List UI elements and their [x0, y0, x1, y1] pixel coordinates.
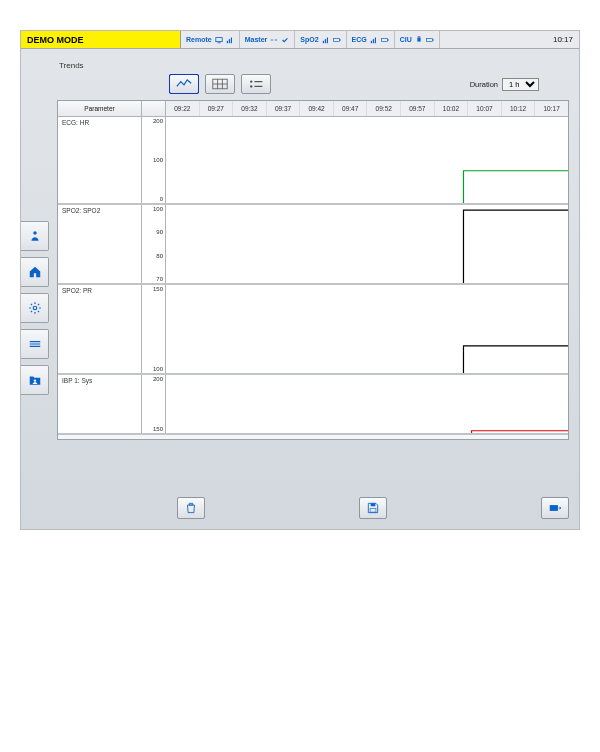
- svg-rect-2: [226, 40, 227, 42]
- topbar-ciu-label: CIU: [400, 36, 412, 43]
- trend-row-scale: 2001000: [142, 117, 166, 203]
- sidebar-item-records[interactable]: [21, 365, 49, 395]
- topbar-segment-ciu[interactable]: CIU: [395, 31, 440, 48]
- topbar-segment-master[interactable]: Master: [240, 31, 296, 48]
- trends-icon: [28, 337, 42, 351]
- time-tick: 09:42: [300, 101, 334, 116]
- svg-rect-10: [371, 40, 372, 42]
- svg-rect-12: [375, 37, 376, 43]
- time-tick: 10:02: [435, 101, 469, 116]
- svg-point-22: [33, 379, 35, 381]
- svg-rect-18: [426, 38, 432, 41]
- time-tick: 09:27: [200, 101, 234, 116]
- sidebar-item-trends[interactable]: [21, 329, 49, 359]
- time-tick: 09:37: [267, 101, 301, 116]
- person-icon: [28, 229, 42, 243]
- svg-point-20: [33, 231, 37, 235]
- svg-rect-17: [419, 36, 420, 38]
- export-button[interactable]: [541, 497, 569, 519]
- battery-icon: [426, 36, 434, 44]
- sidebar-item-patient[interactable]: [21, 221, 49, 251]
- view-graph-button[interactable]: [169, 74, 199, 94]
- svg-rect-5: [322, 40, 323, 42]
- sidebar: [21, 221, 49, 401]
- svg-rect-0: [215, 37, 221, 41]
- svg-rect-1: [217, 42, 220, 43]
- topbar-segment-ecg[interactable]: ECG: [347, 31, 395, 48]
- svg-point-21: [33, 306, 37, 310]
- view-list-button[interactable]: [241, 74, 271, 94]
- time-tick: 09:47: [334, 101, 368, 116]
- trend-row-plot[interactable]: [166, 117, 568, 203]
- view-toolbar: Duration 1 h: [169, 74, 569, 94]
- topbar-segment-remote[interactable]: Remote: [181, 31, 240, 48]
- main-area: Trends Duration 1 h Parameter 09: [57, 55, 569, 521]
- save-button[interactable]: [359, 497, 387, 519]
- trend-row-scale: 150100: [142, 285, 166, 373]
- check-icon: [281, 36, 289, 44]
- time-tick: 09:52: [367, 101, 401, 116]
- time-tick: 09:22: [166, 101, 200, 116]
- signal-icon: [226, 36, 234, 44]
- svg-rect-32: [370, 509, 376, 512]
- topbar-remote-label: Remote: [186, 36, 212, 43]
- svg-rect-7: [326, 37, 327, 43]
- column-header-yscale: [142, 101, 166, 116]
- trend-row-label: SPO2: PR: [58, 285, 142, 373]
- trends-rows: ECG: HR2001000SPO2: SPO2100908070SPO2: P…: [58, 117, 568, 439]
- svg-rect-15: [417, 37, 420, 41]
- gear-icon: [28, 301, 42, 315]
- trend-row: SPO2: PR150100: [58, 285, 568, 375]
- trend-row: ECG: HR2001000: [58, 117, 568, 205]
- list-icon: [248, 78, 264, 90]
- column-header-parameter: Parameter: [58, 101, 142, 116]
- topbar-spo2-label: SpO2: [300, 36, 318, 43]
- sidebar-item-settings[interactable]: [21, 293, 49, 323]
- topbar-ecg-label: ECG: [352, 36, 367, 43]
- trash-icon: [184, 501, 198, 515]
- bottom-toolbar: [57, 497, 569, 519]
- trend-row-label: SPO2: SPO2: [58, 205, 142, 283]
- svg-rect-31: [371, 503, 376, 506]
- trend-row-scale: 100908070: [142, 205, 166, 283]
- svg-point-27: [250, 80, 252, 82]
- monitor-icon: [215, 36, 223, 44]
- table-icon: [212, 78, 228, 90]
- duration-control: Duration 1 h: [470, 78, 539, 91]
- home-icon: [28, 265, 42, 279]
- duration-select[interactable]: 1 h: [502, 78, 539, 91]
- trend-row-plot[interactable]: [166, 285, 568, 373]
- card-export-icon: [548, 501, 562, 515]
- trends-panel: Parameter 09:2209:2709:3209:3709:4209:47…: [57, 100, 569, 440]
- svg-rect-13: [381, 38, 387, 41]
- svg-rect-4: [230, 37, 231, 43]
- demo-mode-badge: DEMO MODE: [21, 31, 181, 48]
- svg-rect-3: [228, 39, 229, 43]
- time-axis: 09:2209:2709:3209:3709:4209:4709:5209:57…: [166, 101, 568, 116]
- svg-rect-33: [550, 505, 558, 511]
- svg-rect-14: [387, 39, 388, 40]
- signal-icon: [370, 36, 378, 44]
- topbar-segment-spo2[interactable]: SpO2: [295, 31, 346, 48]
- trend-row-plot[interactable]: [166, 205, 568, 283]
- link-icon: [270, 36, 278, 44]
- view-table-button[interactable]: [205, 74, 235, 94]
- page-title: Trends: [59, 61, 569, 70]
- signal-icon: [322, 36, 330, 44]
- disk-icon: [366, 501, 380, 515]
- svg-rect-16: [418, 36, 419, 38]
- svg-rect-9: [339, 39, 340, 40]
- delete-button[interactable]: [177, 497, 205, 519]
- folder-person-icon: [28, 373, 42, 387]
- trend-row: SPO2: SPO2100908070: [58, 205, 568, 285]
- svg-rect-8: [333, 38, 339, 41]
- graph-icon: [176, 78, 192, 90]
- trend-row-plot[interactable]: [166, 375, 568, 433]
- topbar-master-label: Master: [245, 36, 268, 43]
- trend-row-label: IBP 1: Sys: [58, 375, 142, 433]
- sidebar-item-home[interactable]: [21, 257, 49, 287]
- battery-icon: [333, 36, 341, 44]
- time-tick: 09:32: [233, 101, 267, 116]
- trends-header: Parameter 09:2209:2709:3209:3709:4209:47…: [58, 101, 568, 117]
- time-tick: 10:12: [502, 101, 536, 116]
